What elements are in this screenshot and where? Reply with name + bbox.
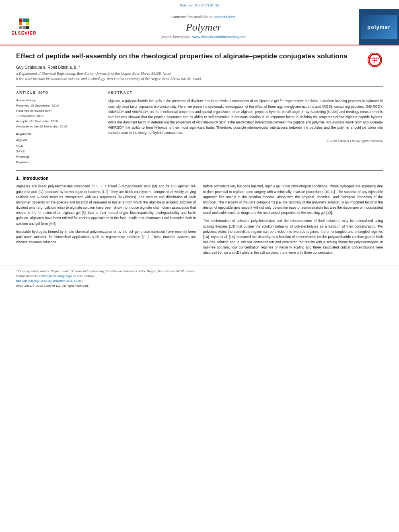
keyword-alginate: Alginate bbox=[16, 138, 101, 143]
page: Polymer 108 (2017) 87–96 ELSEVIER Conten… bbox=[0, 0, 399, 532]
article-info-abstract-section: ARTICLE INFO Article history: Received 1… bbox=[16, 86, 383, 165]
intro-para-2: Injectable hydrogels formed by in situ c… bbox=[16, 229, 196, 245]
journal-ref-text: Polymer 108 (2017) 87–96 bbox=[180, 3, 219, 7]
homepage-url[interactable]: www.elsevier.com/locate/polymer bbox=[192, 35, 246, 39]
available-date: Available online 22 November 2016 bbox=[16, 124, 101, 129]
history-dates: Received 18 September 2016 Received in r… bbox=[16, 103, 101, 129]
article-info-panel: ARTICLE INFO Article history: Received 1… bbox=[16, 90, 101, 165]
affiliation-a: a Department of Chemical Engineering, Be… bbox=[16, 71, 383, 76]
body-col-left: Alginates are linear polysaccharides com… bbox=[16, 184, 196, 258]
history-section: Article history: Received 18 September 2… bbox=[16, 99, 101, 129]
keyword-peptides: Peptides bbox=[16, 160, 101, 165]
email-link[interactable]: rbitton@exchange.bgu.ac.il bbox=[39, 274, 78, 278]
polymer-logo-block: polymer bbox=[359, 9, 399, 45]
affiliation-b: b Ilse Katz Institute for Nanoscale Scie… bbox=[16, 76, 383, 82]
intro-para-4: The conformation of solvated polyelectro… bbox=[203, 218, 383, 255]
keyword-rgd: RGD bbox=[16, 143, 101, 149]
abstract-heading: ABSTRACT bbox=[108, 90, 383, 96]
affiliations: a Department of Chemical Engineering, Be… bbox=[16, 71, 383, 82]
footnote-email: E-mail address: rbitton@exchange.bgu.ac.… bbox=[16, 274, 383, 278]
body-col-right: before administration, but once injected… bbox=[203, 184, 383, 258]
abstract-text: Alginate, a polysaccharide that gels in … bbox=[108, 99, 383, 136]
accepted-date: Accepted 21 November 2016 bbox=[16, 119, 101, 124]
footnote-corresponding: * Corresponding author. Department of Ch… bbox=[16, 269, 383, 273]
elsevier-graphic bbox=[19, 18, 29, 29]
sciencedirect-link[interactable]: ScienceDirect bbox=[214, 15, 236, 19]
journal-banner: ELSEVIER Contents lists available at Sci… bbox=[0, 9, 399, 45]
doi-line: http://dx.doi.org/10.1016/j.polymer.2016… bbox=[16, 279, 383, 283]
polymer-logo-image: polymer bbox=[361, 15, 397, 39]
journal-name-banner: Polymer bbox=[186, 21, 221, 33]
keywords-label: Keywords: bbox=[16, 132, 101, 136]
elsevier-text: ELSEVIER bbox=[11, 31, 36, 35]
keyword-saxs: SAXS bbox=[16, 149, 101, 154]
keywords-section: Keywords: Alginate RGD SAXS Rheology Pep… bbox=[16, 132, 101, 165]
received-revised-date: 17 November 2016 bbox=[16, 114, 101, 119]
crossmark[interactable]: CrossMark bbox=[367, 52, 383, 68]
article-title: Effect of peptide self-assembly on the r… bbox=[16, 52, 383, 61]
crossmark-badge: CrossMark bbox=[368, 53, 382, 67]
homepage-line: journal homepage: www.elsevier.com/locat… bbox=[161, 35, 246, 39]
journal-center: Contents lists available at ScienceDirec… bbox=[48, 9, 359, 45]
introduction-heading: 1. Introduction bbox=[16, 176, 383, 181]
keywords-list: Alginate RGD SAXS Rheology Peptides bbox=[16, 138, 101, 165]
received-date: Received 18 September 2016 bbox=[16, 103, 101, 109]
main-content: Effect of peptide self-assembly on the r… bbox=[0, 45, 399, 265]
intro-para-1: Alginates are linear polysaccharides com… bbox=[16, 184, 196, 226]
received-revised-label: Received in revised form bbox=[16, 109, 101, 114]
polymer-logo-text: polymer bbox=[367, 24, 391, 30]
body-two-col: Alginates are linear polysaccharides com… bbox=[16, 184, 383, 258]
copyright-line: © 2016 Elsevier Ltd. All rights reserved… bbox=[108, 139, 383, 143]
journal-reference: Polymer 108 (2017) 87–96 bbox=[0, 0, 399, 9]
issn-line: 0032-3861/© 2016 Elsevier Ltd. All right… bbox=[16, 284, 383, 288]
history-label: Article history: bbox=[16, 99, 101, 102]
contents-line: Contents lists available at ScienceDirec… bbox=[171, 15, 236, 19]
article-info-heading: ARTICLE INFO bbox=[16, 90, 101, 96]
keyword-rheology: Rheology bbox=[16, 154, 101, 160]
footer: * Corresponding author. Department of Ch… bbox=[0, 265, 399, 293]
elsevier-logo-block: ELSEVIER bbox=[0, 9, 48, 45]
section-divider bbox=[16, 170, 383, 171]
doi-link[interactable]: http://dx.doi.org/10.1016/j.polymer.2016… bbox=[16, 279, 83, 283]
abstract-section: ABSTRACT Alginate, a polysaccharide that… bbox=[108, 90, 383, 165]
authors: Guy Ochbaum a, Ronit Bitton a, b, * bbox=[16, 65, 383, 70]
intro-para-3: before administration, but once injected… bbox=[203, 184, 383, 216]
